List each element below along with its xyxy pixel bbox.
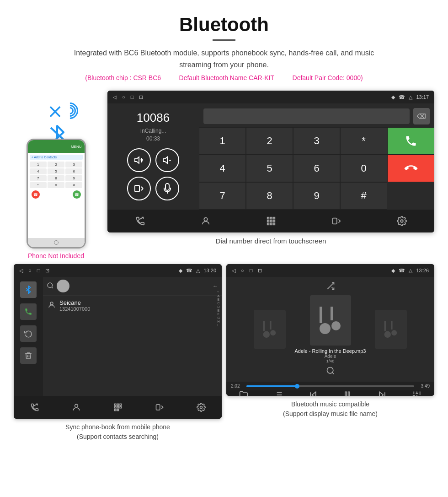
pb-bottom-dialpad-icon[interactable]: [109, 403, 127, 412]
pb-bluetooth-side-icon[interactable]: [20, 281, 37, 298]
svg-rect-15: [267, 220, 269, 222]
pb-caption: Sync phone-book from mobile phone (Suppo…: [14, 419, 222, 442]
svg-marker-60: [312, 392, 315, 396]
pb-time: 13:20: [203, 268, 216, 273]
numpad-key-5[interactable]: 5: [246, 155, 293, 182]
music-play-pause-icon[interactable]: [343, 390, 352, 396]
bottom-dialpad-icon[interactable]: [262, 216, 280, 226]
dial-right-panel: ⌫ 1 2 3 * 4 5 6: [199, 103, 434, 210]
android-status-bar: ◁ ○ □ ⊡ ◆ ☎ △ 13:17: [107, 91, 434, 103]
music-folder-icon[interactable]: [239, 390, 248, 396]
pb-bottom-settings-icon[interactable]: [192, 403, 210, 412]
end-call-button[interactable]: [387, 155, 434, 182]
phone-key-9: 9: [65, 175, 82, 181]
phone-bottom-home: [28, 238, 85, 247]
bottom-transfer-icon[interactable]: [327, 216, 346, 226]
bottom-settings-icon[interactable]: [393, 216, 411, 226]
music-caption-line2: (Support display music file name): [283, 410, 378, 417]
recents-nav-icon: □: [131, 94, 134, 100]
pb-sync-side-button[interactable]: [20, 325, 37, 342]
svg-rect-47: [331, 307, 333, 320]
pb-cast-icon: ⊡: [45, 268, 49, 274]
bottom-contacts-icon[interactable]: [197, 216, 215, 226]
numpad-key-7[interactable]: 7: [199, 182, 246, 210]
android-nav-icons: ◁ ○ □ ⊡: [113, 94, 143, 100]
phone-key-6: 6: [65, 168, 82, 174]
pb-delete-side-button[interactable]: [20, 347, 37, 364]
numpad-key-6[interactable]: 6: [293, 155, 340, 182]
phone-screen: MENU + Add to Contacts 1 2 3 4 5 6 7 8 9: [28, 140, 85, 247]
pb-android-bar: ◁ ○ □ ⊡ ◆ ☎ △ 13:20: [14, 264, 222, 277]
location-icon: ◆: [391, 94, 395, 100]
pb-back-arrow[interactable]: ←: [213, 283, 218, 289]
backspace-button[interactable]: ⌫: [413, 108, 430, 124]
pb-location-icon: ◆: [179, 268, 182, 274]
switch-button[interactable]: [127, 177, 151, 200]
music-artist: Adele: [295, 354, 366, 359]
numpad-key-9[interactable]: 9: [293, 182, 340, 210]
svg-rect-51: [384, 321, 386, 331]
music-time: 13:26: [416, 268, 429, 273]
pb-bottom-contacts-icon[interactable]: [67, 403, 85, 412]
main-section: ⨯ MENU + Add to Contacts 1: [0, 86, 448, 259]
header-description: Integrated with BC6 Bluetooth module, su…: [64, 47, 384, 70]
wifi-icon: △: [409, 94, 412, 100]
music-eq-icon[interactable]: [412, 390, 421, 396]
phone-dialpad: 1 2 3 4 5 6 7 8 9 * 0 #: [30, 162, 83, 188]
numpad-key-star[interactable]: *: [340, 127, 387, 155]
svg-rect-6: [135, 185, 139, 192]
svg-rect-14: [273, 217, 275, 219]
pb-main-content: ← Seicane 13241007000: [43, 277, 222, 396]
music-progress-bar[interactable]: [246, 385, 414, 387]
music-next-icon[interactable]: [378, 390, 387, 396]
spec-name: Default Bluetooth Name CAR-KIT: [179, 74, 275, 81]
pb-search-dot: [57, 280, 69, 292]
pb-call-side-button[interactable]: [20, 303, 37, 320]
numpad-key-3[interactable]: 3: [293, 127, 340, 155]
svg-marker-64: [379, 392, 383, 396]
svg-point-25: [50, 302, 53, 305]
dial-input-field[interactable]: [203, 108, 410, 124]
pb-bottom-transfer-icon[interactable]: [150, 403, 169, 412]
numpad-key-1[interactable]: 1: [199, 127, 246, 155]
music-status-icons: ◆ ☎ △ 13:26: [391, 268, 429, 274]
pb-letter-index: * A B C D E F G H I: [218, 291, 220, 327]
android-status-icons: ◆ ☎ △ 13:17: [391, 94, 429, 100]
phone-add-contact: + Add to Contacts: [30, 155, 83, 160]
volume-up-button[interactable]: [127, 148, 151, 172]
pb-recents-icon: □: [37, 268, 40, 273]
numpad-key-2[interactable]: 2: [246, 127, 293, 155]
phone-key-3: 3: [65, 162, 82, 167]
numpad-key-0[interactable]: 0: [340, 155, 387, 182]
numpad-key-8[interactable]: 8: [246, 182, 293, 210]
svg-rect-62: [345, 392, 347, 396]
phone-key-2: 2: [48, 162, 64, 167]
music-back-icon: ◁: [232, 268, 235, 274]
bottom-calls-icon[interactable]: [131, 216, 149, 226]
music-current-time: 2:02: [231, 384, 244, 389]
music-search-icon[interactable]: [326, 366, 335, 377]
shuffle-icon[interactable]: [326, 281, 335, 292]
svg-point-40: [270, 330, 276, 335]
home-nav-icon: ○: [122, 94, 125, 100]
call-button[interactable]: [387, 127, 434, 155]
dial-bottom-bar: [107, 210, 434, 232]
pb-letter-star: *: [218, 291, 220, 294]
dial-number: 10086: [137, 111, 170, 125]
phone-call-button: ☎: [73, 190, 81, 199]
numpad-key-4[interactable]: 4: [199, 155, 246, 182]
pb-caption-line1: Sync phone-book from mobile phone: [65, 423, 170, 431]
mute-button[interactable]: [155, 177, 179, 200]
pb-bottom-calls-icon[interactable]: [26, 403, 44, 412]
music-prev-icon[interactable]: [309, 390, 318, 396]
music-progress-dot: [295, 384, 299, 389]
car-dial-screen: ◁ ○ □ ⊡ ◆ ☎ △ 13:17 10086 InCalling...: [107, 91, 434, 232]
svg-point-37: [200, 406, 202, 409]
dial-caption: Dial number direct from touchscreen: [107, 232, 434, 248]
music-list-icon[interactable]: [274, 390, 283, 396]
numpad-key-hash[interactable]: #: [340, 182, 387, 210]
pb-search-icon[interactable]: [47, 282, 54, 291]
volume-down-button[interactable]: [155, 148, 179, 172]
pb-caption-line2: (Support contacts searching): [77, 433, 159, 440]
svg-rect-29: [117, 404, 118, 405]
